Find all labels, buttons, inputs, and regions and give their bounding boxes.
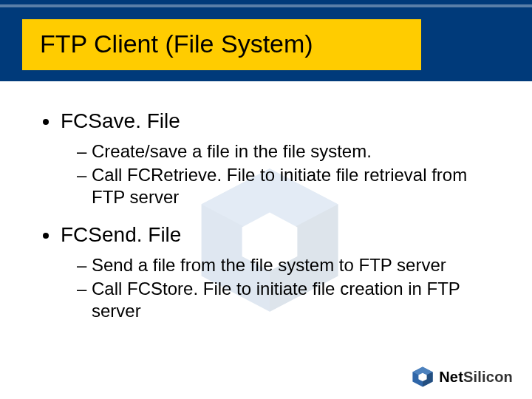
bullet-dot-icon [43,119,49,125]
bullet-dot-icon [43,233,49,239]
slide-body: FCSave. File – Create/save a file in the… [43,109,502,337]
slide-title: FTP Client (File System) [40,30,313,58]
slide-title-box: FTP Client (File System) [22,19,421,70]
logo-cube-icon [411,365,434,389]
sub-bullet: – Create/save a file in the file system. [77,140,502,163]
header-accent-stripe [0,4,532,7]
logo-text-suffix: Silicon [463,369,513,385]
bullet-label: FCSend. File [61,223,181,247]
sub-bullet-group: – Send a file from the file system to FT… [77,254,502,322]
sub-bullet: – Send a file from the file system to FT… [77,254,502,276]
sub-bullet: – Call FCRetrieve. File to initiate file… [77,164,502,208]
footer-logo: NetSilicon [411,365,513,389]
bullet-level1: FCSave. File [43,109,502,133]
sub-bullet: – Call FCStore. File to initiate file cr… [77,278,502,322]
logo-text-prefix: Net [439,369,463,385]
sub-bullet-group: – Create/save a file in the file system.… [77,140,502,208]
bullet-level1: FCSend. File [43,223,502,247]
bullet-label: FCSave. File [61,109,180,133]
logo-text: NetSilicon [439,369,513,386]
